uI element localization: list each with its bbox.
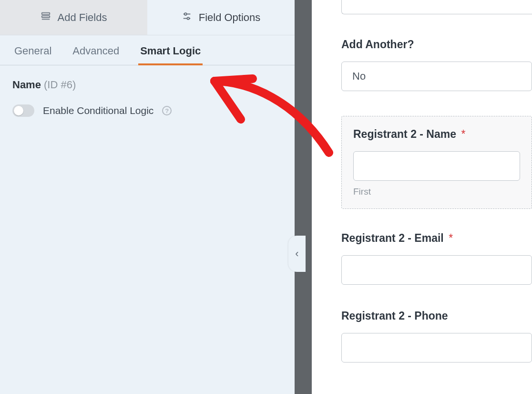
add-another-value: No [352,70,366,83]
registrant-name-label: Registrant 2 - Name * [353,128,520,141]
help-icon[interactable]: ? [162,106,172,115]
subtab-general[interactable]: General [12,36,53,65]
subtab-smart-logic[interactable]: Smart Logic [138,36,203,65]
registrant-name-sublabel: First [353,187,520,197]
subtab-advanced[interactable]: Advanced [71,36,121,65]
registrant-phone-input[interactable] [341,333,532,363]
field-add-another: Add Another? No [341,38,532,91]
svg-point-6 [187,17,189,20]
svg-rect-0 [41,12,50,14]
partial-input-top[interactable] [341,0,532,14]
add-fields-icon [41,11,51,24]
conditional-logic-label: Enable Conditional Logic [43,105,153,116]
tab-add-fields[interactable]: Add Fields [0,0,147,35]
panel-divider: ‹ [295,0,312,394]
registrant-email-input[interactable] [341,255,532,285]
field-registrant-email: Registrant 2 - Email * [341,232,532,285]
required-mark: * [449,232,453,244]
sidebar-panel: Add Fields Field Options General Advance… [0,0,295,394]
panel-body: Name (ID #6) Enable Conditional Logic ? [0,65,295,130]
chevron-left-icon: ‹ [295,248,298,260]
tab-add-fields-label: Add Fields [58,11,107,24]
conditional-logic-row: Enable Conditional Logic ? [12,104,282,117]
add-another-label: Add Another? [341,38,532,51]
field-name: Name [12,79,41,91]
form-preview: Add Another? No Registrant 2 - Name * Fi… [312,0,532,394]
registrant-name-input[interactable] [353,151,520,181]
field-registrant-name-box[interactable]: Registrant 2 - Name * First [341,116,532,209]
sub-tabs: General Advanced Smart Logic [0,35,295,65]
collapse-handle[interactable]: ‹ [288,236,306,272]
svg-rect-1 [41,16,50,18]
top-tabs: Add Fields Field Options [0,0,295,35]
registrant-phone-label: Registrant 2 - Phone [341,310,532,322]
field-heading: Name (ID #6) [12,79,282,91]
field-options-icon [182,11,192,24]
conditional-logic-toggle[interactable] [12,104,34,117]
required-mark: * [461,128,465,140]
tab-field-options[interactable]: Field Options [147,0,295,35]
registrant-email-label: Registrant 2 - Email * [341,232,532,245]
add-another-select[interactable]: No [341,62,532,91]
svg-point-4 [184,13,187,15]
tab-field-options-label: Field Options [199,11,261,24]
field-registrant-phone: Registrant 2 - Phone [341,310,532,363]
field-id: (ID #6) [44,79,76,91]
